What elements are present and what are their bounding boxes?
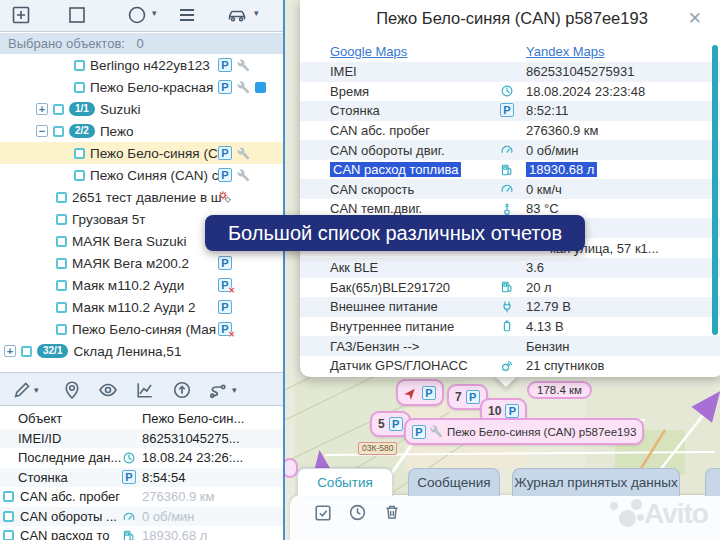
select-all-icon[interactable] <box>313 503 333 523</box>
google-maps-link[interactable]: Google Maps <box>330 44 407 59</box>
parking-icon[interactable]: P <box>218 300 232 314</box>
selection-rectangle-icon[interactable] <box>66 4 88 26</box>
checkbox[interactable] <box>56 302 67 313</box>
add-object-icon[interactable] <box>10 4 32 26</box>
popup-row-label: Время <box>330 84 369 99</box>
expand-icon[interactable]: + <box>36 103 48 115</box>
yandex-maps-link[interactable]: Yandex Maps <box>526 44 605 59</box>
tree-row[interactable]: Berlingo н422ув123P <box>0 54 283 76</box>
parking-disabled-icon[interactable]: P✕ <box>218 278 232 292</box>
checkbox[interactable] <box>3 491 14 502</box>
checkbox[interactable] <box>74 82 85 93</box>
tab-events[interactable]: События <box>297 468 393 496</box>
marker-count: 7 <box>455 390 462 404</box>
selection-circle-icon[interactable] <box>126 4 148 26</box>
tree-row[interactable]: Маяк м110.2 Ауди 2P <box>0 296 283 318</box>
popup-row-value: 18930.68 л <box>526 162 597 177</box>
checkbox[interactable] <box>56 236 67 247</box>
parking-icon[interactable]: P <box>122 470 136 484</box>
popup-title: Пежо Бело-синяя (CAN) p587ee193 <box>300 9 720 28</box>
checkbox[interactable] <box>3 530 14 540</box>
chart-icon[interactable] <box>135 380 155 400</box>
export-icon[interactable] <box>172 380 192 400</box>
popup-row-label: Акк BLE <box>330 260 378 275</box>
tree-row[interactable]: Пежо Бело-синяя (МаяP✕ <box>0 318 283 340</box>
list-view-icon[interactable] <box>176 4 198 26</box>
checkbox[interactable] <box>56 280 67 291</box>
tab-partial[interactable] <box>705 468 720 496</box>
location-icon[interactable] <box>62 380 82 400</box>
delete-icon[interactable] <box>383 503 401 521</box>
detail-value: 276360.9 км <box>142 489 214 504</box>
wrench-icon <box>237 169 250 182</box>
collapse-icon[interactable]: − <box>36 125 48 137</box>
checkbox[interactable] <box>56 324 67 335</box>
tab-messages[interactable]: Сообщения <box>408 468 500 496</box>
tree-row[interactable]: Пежо Бело-синяя (СP <box>0 142 283 164</box>
checkbox[interactable] <box>74 170 85 181</box>
vehicle-map-label[interactable]: P Пежо Бело-синяя (CAN) p587ee193 <box>404 418 644 445</box>
popup-row-label: Внутреннее питание <box>330 319 454 334</box>
clock-icon <box>500 84 514 98</box>
parking-icon[interactable]: P <box>218 256 232 270</box>
marker-count: 5 <box>378 417 385 431</box>
history-icon[interactable] <box>348 503 367 522</box>
popup-row: IMEI862531045275931 <box>300 62 720 82</box>
checkbox[interactable] <box>56 214 67 225</box>
tree-row[interactable]: +1/1Suzuki <box>0 98 283 120</box>
parking-icon[interactable]: P <box>218 146 232 160</box>
checkbox[interactable] <box>56 258 67 269</box>
object-tree: Berlingo н422ув123PПежо Бело-краснаяP+1/… <box>0 54 283 372</box>
chevron-down-icon[interactable]: ▾ <box>232 386 237 395</box>
visibility-icon[interactable] <box>98 380 118 400</box>
checkbox[interactable] <box>53 104 64 115</box>
selected-objects-header: Выбрано объектов: 0 <box>0 33 283 54</box>
parking-disabled-icon[interactable]: P✕ <box>218 322 232 336</box>
checkbox[interactable] <box>3 511 14 522</box>
popup-row: Внутреннее питание4.13 В <box>300 316 720 336</box>
tree-row[interactable]: МАЯК Вега м200.2P <box>0 252 283 274</box>
checkbox[interactable] <box>21 346 32 357</box>
detail-row: СтоянкаP8:54:54 <box>0 468 283 488</box>
chevron-down-icon[interactable]: ▾ <box>254 9 259 18</box>
chevron-down-icon[interactable]: ▾ <box>152 9 157 18</box>
tree-row[interactable]: +32/1Склад Ленина,51 <box>0 340 283 362</box>
road-label: 03К-580 <box>358 442 397 455</box>
wrench-icon <box>237 147 250 160</box>
close-icon[interactable]: ✕ <box>688 10 702 28</box>
parking-icon[interactable]: P <box>218 80 232 94</box>
popup-scrollbar[interactable] <box>712 45 718 335</box>
vehicle-filter-icon[interactable] <box>226 4 248 26</box>
tree-row[interactable]: −2/2Пежо <box>0 120 283 142</box>
tab-received-data-log[interactable]: Журнал принятых данных <box>512 468 680 496</box>
gauge-icon <box>500 143 514 157</box>
popup-row: Бак(65л)BLE29172020 л <box>300 277 720 297</box>
popup-row-value: 20 л <box>526 280 552 295</box>
detail-label: CAN абс. пробег <box>20 489 120 504</box>
object-label: МАЯК Вега Suzuki <box>72 234 187 249</box>
tree-row[interactable]: Пежо Синяя (CAN) сP <box>0 164 283 186</box>
popup-row-value: 3.6 <box>526 260 544 275</box>
parking-icon[interactable]: P <box>218 58 232 72</box>
checkbox[interactable] <box>56 192 67 203</box>
expand-icon[interactable]: + <box>4 345 16 357</box>
app-window: P 7 P 178.4 км 10 P 5 P P Пежо Бело-синя… <box>0 0 720 540</box>
checkbox[interactable] <box>74 60 85 71</box>
map-marker-heading[interactable]: P <box>396 379 444 406</box>
tree-row[interactable]: Маяк м110.2 АудиP✕ <box>0 274 283 296</box>
detail-row: CAN абс. пробег276360.9 км <box>0 487 283 507</box>
chevron-down-icon[interactable]: ▾ <box>34 386 39 395</box>
detail-value: 862531045275... <box>142 431 240 446</box>
parking-icon[interactable]: P <box>500 103 514 117</box>
route-icon[interactable] <box>208 380 228 400</box>
popup-row: СтоянкаP8:52:11 <box>300 101 720 121</box>
checkbox[interactable] <box>53 126 64 137</box>
popup-row: CAN скорость0 км/ч <box>300 179 720 199</box>
tree-row[interactable]: Пежо Бело-краснаяP <box>0 76 283 98</box>
fuel-icon <box>500 280 514 294</box>
checkbox[interactable] <box>74 148 85 159</box>
parking-icon[interactable]: P <box>218 168 232 182</box>
tree-row[interactable]: 2651 тест давление в ш <box>0 186 283 208</box>
color-tag <box>255 82 266 93</box>
edit-icon[interactable] <box>12 380 32 400</box>
